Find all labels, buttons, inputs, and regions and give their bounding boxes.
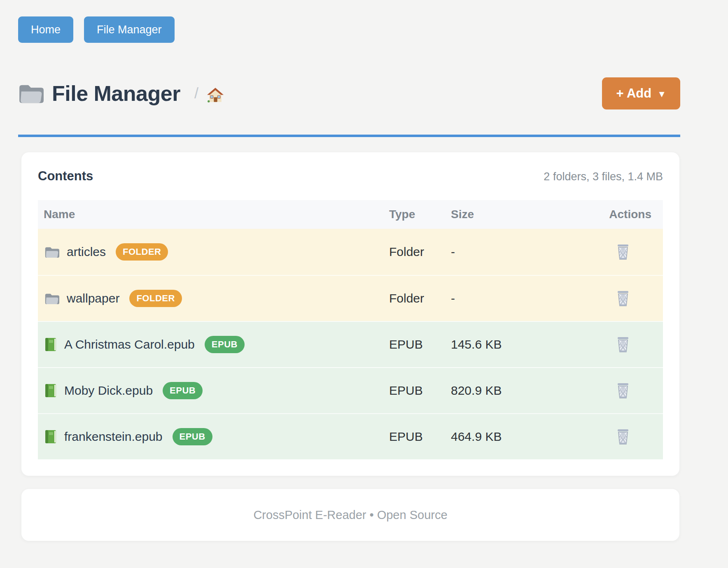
name-cell: A Christmas Carol.epub EPUB bbox=[38, 336, 389, 353]
delete-button[interactable] bbox=[614, 335, 632, 355]
contents-header: Contents 2 folders, 3 files, 1.4 MB bbox=[38, 169, 663, 184]
file-badge: EPUB bbox=[205, 336, 245, 353]
folder-icon bbox=[44, 293, 59, 305]
name-cell: wallpaper FOLDER bbox=[38, 290, 389, 307]
trash-icon bbox=[616, 290, 630, 307]
actions-cell bbox=[583, 242, 663, 262]
actions-cell bbox=[583, 381, 663, 401]
column-header-actions: Actions bbox=[583, 208, 663, 221]
size-cell: 820.9 KB bbox=[451, 384, 583, 398]
folder-icon bbox=[44, 246, 59, 258]
page-header: File Manager / + Add ▼ bbox=[18, 77, 680, 109]
contents-card: Contents 2 folders, 3 files, 1.4 MB Name… bbox=[21, 152, 679, 476]
type-cell: EPUB bbox=[389, 338, 451, 352]
table-row[interactable]: wallpaper FOLDER Folder - bbox=[38, 275, 663, 321]
column-header-name: Name bbox=[38, 208, 389, 221]
book-icon bbox=[44, 430, 57, 444]
table-body: articles FOLDER Folder - wallpaper FOLDE… bbox=[38, 229, 663, 459]
contents-heading: Contents bbox=[38, 169, 93, 184]
table-row[interactable]: Moby Dick.epub EPUB EPUB 820.9 KB bbox=[38, 367, 663, 413]
title-group: File Manager / bbox=[18, 81, 224, 106]
top-nav: Home File Manager bbox=[18, 16, 680, 43]
type-cell: Folder bbox=[389, 291, 451, 305]
file-name[interactable]: articles bbox=[67, 245, 106, 259]
trash-icon bbox=[616, 382, 630, 399]
actions-cell bbox=[583, 427, 663, 447]
chevron-down-icon: ▼ bbox=[657, 89, 666, 100]
file-badge: EPUB bbox=[163, 382, 203, 399]
delete-button[interactable] bbox=[614, 427, 632, 447]
trash-icon bbox=[616, 336, 630, 353]
breadcrumb-separator: / bbox=[194, 85, 198, 102]
trash-icon bbox=[616, 428, 630, 445]
table-row[interactable]: frankenstein.epub EPUB EPUB 464.9 KB bbox=[38, 413, 663, 459]
add-button[interactable]: + Add ▼ bbox=[602, 77, 680, 109]
file-manager-button[interactable]: File Manager bbox=[84, 16, 175, 43]
size-cell: 464.9 KB bbox=[451, 430, 583, 444]
footer-card: CrossPoint E-Reader • Open Source bbox=[21, 489, 679, 541]
file-table: Name Type Size Actions articles FOLDER F… bbox=[38, 200, 663, 459]
delete-button[interactable] bbox=[614, 289, 632, 309]
size-cell: - bbox=[451, 245, 583, 259]
actions-cell bbox=[583, 289, 663, 309]
table-header-row: Name Type Size Actions bbox=[38, 200, 663, 229]
page: Home File Manager File Manager / + Add ▼… bbox=[0, 0, 728, 541]
type-cell: EPUB bbox=[389, 430, 451, 444]
file-name[interactable]: A Christmas Carol.epub bbox=[64, 338, 195, 352]
title-divider bbox=[18, 135, 680, 137]
file-badge: FOLDER bbox=[116, 243, 168, 261]
home-icon[interactable] bbox=[207, 87, 224, 103]
delete-button[interactable] bbox=[614, 381, 632, 401]
file-badge: EPUB bbox=[173, 428, 212, 445]
book-icon bbox=[44, 384, 57, 398]
file-name[interactable]: wallpaper bbox=[67, 291, 119, 305]
file-name[interactable]: frankenstein.epub bbox=[64, 430, 163, 444]
home-button[interactable]: Home bbox=[18, 16, 73, 43]
add-button-label: + Add bbox=[616, 86, 651, 101]
actions-cell bbox=[583, 335, 663, 355]
page-title: File Manager bbox=[52, 81, 180, 106]
name-cell: frankenstein.epub EPUB bbox=[38, 428, 389, 445]
size-cell: 145.6 KB bbox=[451, 338, 583, 352]
file-badge: FOLDER bbox=[129, 290, 182, 307]
contents-summary: 2 folders, 3 files, 1.4 MB bbox=[544, 170, 663, 183]
size-cell: - bbox=[451, 291, 583, 305]
type-cell: Folder bbox=[389, 245, 451, 259]
book-icon bbox=[44, 338, 57, 352]
footer-text: CrossPoint E-Reader • Open Source bbox=[253, 508, 447, 522]
delete-button[interactable] bbox=[614, 242, 632, 262]
table-row[interactable]: A Christmas Carol.epub EPUB EPUB 145.6 K… bbox=[38, 321, 663, 367]
trash-icon bbox=[616, 244, 630, 261]
folder-icon bbox=[18, 83, 44, 104]
column-header-size: Size bbox=[451, 208, 583, 221]
file-name[interactable]: Moby Dick.epub bbox=[64, 384, 153, 398]
table-row[interactable]: articles FOLDER Folder - bbox=[38, 229, 663, 275]
column-header-type: Type bbox=[389, 208, 451, 221]
type-cell: EPUB bbox=[389, 384, 451, 398]
name-cell: Moby Dick.epub EPUB bbox=[38, 382, 389, 399]
name-cell: articles FOLDER bbox=[38, 243, 389, 261]
